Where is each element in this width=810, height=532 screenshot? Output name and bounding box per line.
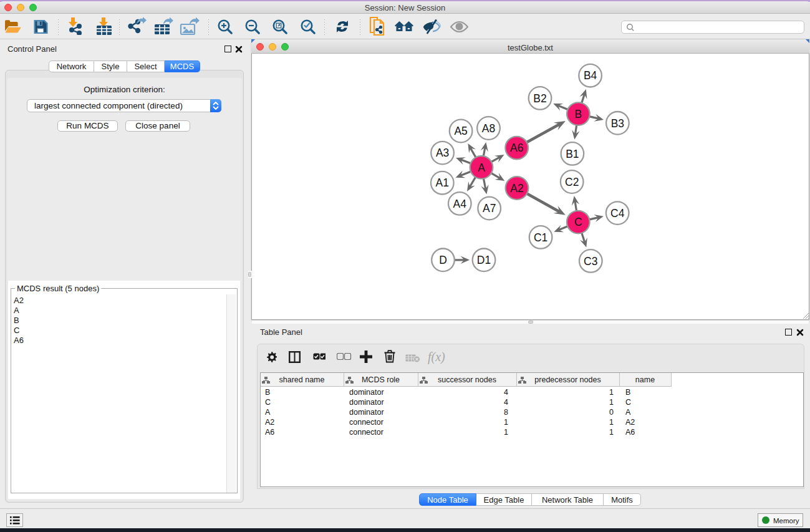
svg-text:D: D <box>439 254 447 266</box>
svg-text:D1: D1 <box>477 254 491 266</box>
svg-text:B1: B1 <box>566 148 579 160</box>
svg-text:A6: A6 <box>510 142 523 154</box>
svg-text:C: C <box>574 216 582 228</box>
svg-text:A: A <box>478 162 485 174</box>
svg-text:C1: C1 <box>534 231 547 244</box>
svg-text:C4: C4 <box>610 207 625 220</box>
svg-text:A1: A1 <box>436 177 449 189</box>
svg-text:B: B <box>575 108 582 120</box>
svg-text:C2: C2 <box>565 176 579 188</box>
svg-text:A3: A3 <box>436 147 449 159</box>
svg-text:C3: C3 <box>584 255 597 268</box>
svg-text:B3: B3 <box>611 117 624 130</box>
svg-text:A7: A7 <box>483 202 496 215</box>
svg-text:B4: B4 <box>584 69 597 82</box>
svg-text:A4: A4 <box>453 198 467 210</box>
svg-text:A2: A2 <box>510 182 523 195</box>
svg-text:A5: A5 <box>454 125 467 137</box>
svg-text:B2: B2 <box>533 92 546 105</box>
svg-text:A8: A8 <box>482 122 495 135</box>
